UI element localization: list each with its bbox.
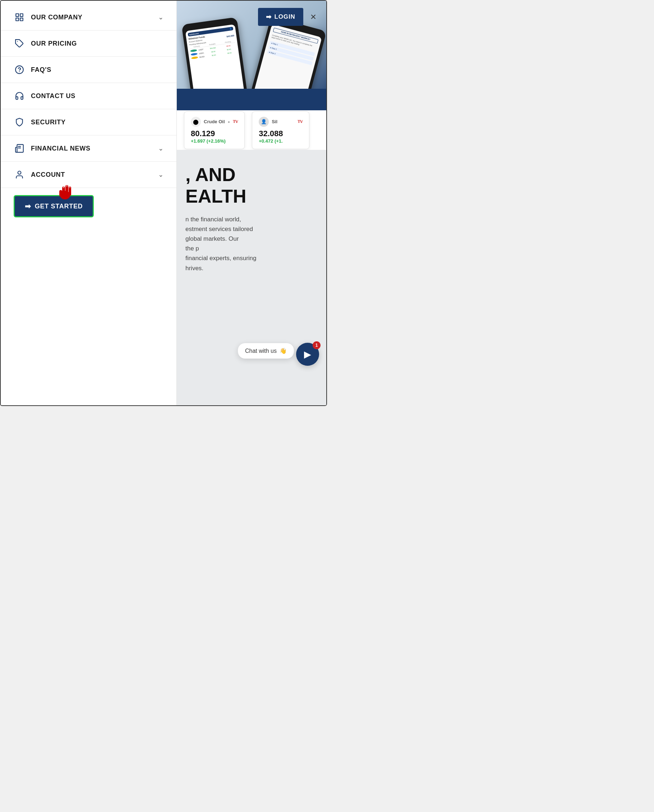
close-button[interactable]: ×	[307, 10, 319, 24]
chat-label: Chat with us	[245, 348, 277, 354]
ticker-header-crude-oil: ⬤ Crude Oil ● 𝕋𝕍	[191, 117, 238, 127]
ticker-header-silver: 👤 Sil 𝕋𝕍	[259, 117, 303, 127]
chevron-down-icon: ⌄	[158, 13, 164, 21]
dark-band	[177, 89, 326, 110]
svg-point-9	[18, 171, 21, 174]
sidebar-label-our-company: OUR COMPANY	[31, 14, 152, 21]
silver-name: Sil	[272, 119, 277, 124]
question-icon	[14, 64, 25, 75]
crude-oil-price: 80.129	[191, 129, 238, 138]
tag-icon	[14, 38, 25, 49]
crude-oil-icon: ⬤	[191, 117, 201, 127]
building-icon	[14, 12, 25, 23]
login-button[interactable]: ➡ LOGIN	[258, 8, 303, 26]
header-bar: ➡ LOGIN ×	[258, 8, 319, 26]
sidebar-item-contact-us[interactable]: CONTACT US	[1, 83, 176, 109]
hero-title: , AND EALTH	[185, 164, 318, 207]
chat-button[interactable]: ▶ 1	[296, 343, 319, 366]
crude-oil-change: +1.697 (+2.16%)	[191, 138, 238, 144]
sidebar-label-security: SECURITY	[31, 119, 164, 126]
svg-rect-2	[20, 18, 23, 21]
sidebar-item-account[interactable]: ACCOUNT ⌄	[1, 162, 176, 188]
hero-body: n the financial world, estment services …	[185, 215, 318, 273]
svg-rect-3	[16, 18, 19, 21]
app-frame: OUR COMPANY ⌄ OUR PRICING FAQ'S	[0, 0, 327, 406]
sidebar-label-our-pricing: OUR PRICING	[31, 40, 164, 47]
sidebar: OUR COMPANY ⌄ OUR PRICING FAQ'S	[1, 1, 177, 405]
sidebar-label-account: ACCOUNT	[31, 171, 152, 179]
sidebar-label-contact-us: CONTACT US	[31, 92, 164, 100]
crude-oil-name: Crude Oil	[204, 119, 225, 124]
ticker-card-silver: 👤 Sil 𝕋𝕍 32.088 +0.472 (+1.	[252, 111, 309, 149]
get-started-label: GET STARTED	[35, 203, 83, 210]
ticker-card-crude-oil: ⬤ Crude Oil ● 𝕋𝕍 80.129 +1.697 (+2.16%)	[184, 111, 245, 149]
svg-rect-0	[16, 14, 19, 17]
hero-section: , AND EALTH n the financial world, estme…	[177, 150, 326, 405]
sidebar-item-our-pricing[interactable]: OUR PRICING	[1, 31, 176, 57]
shield-icon	[14, 116, 25, 128]
chat-bubble: Chat with us 👋	[238, 343, 294, 359]
active-dot: ●	[228, 120, 230, 124]
close-icon: ×	[310, 11, 316, 22]
chat-button-icon: ▶	[304, 349, 311, 360]
news-icon	[14, 143, 25, 154]
login-label: LOGIN	[275, 13, 295, 20]
login-arrow-icon: ➡	[266, 13, 272, 21]
sidebar-label-faqs: FAQ'S	[31, 66, 164, 74]
user-icon	[14, 169, 25, 180]
headset-icon	[14, 90, 25, 102]
hero-title-line1: , AND	[185, 164, 318, 186]
silver-price: 32.088	[259, 129, 303, 138]
hero-body-line5: financial experts, ensuring	[185, 253, 318, 263]
svg-rect-1	[20, 14, 23, 17]
get-started-button[interactable]: ➡ GET STARTED	[14, 195, 94, 217]
hero-body-line2: estment services tailored	[185, 224, 318, 234]
chat-notification-badge: 1	[313, 341, 321, 349]
chat-wave-emoji: 👋	[280, 348, 287, 354]
content-area: ➡ LOGIN × bybitinvest 👤 Withdraw Funds	[177, 1, 326, 405]
hero-title-line2: EALTH	[185, 186, 318, 207]
sidebar-label-financial-news: FINANCIAL NEWS	[31, 145, 152, 152]
silver-change: +0.472 (+1.	[259, 138, 303, 144]
tradingview-logo-2: 𝕋𝕍	[298, 120, 303, 124]
sidebar-item-financial-news[interactable]: FINANCIAL NEWS ⌄	[1, 136, 176, 162]
silver-icon: 👤	[259, 117, 269, 127]
hero-body-line1: n the financial world,	[185, 215, 318, 224]
get-started-arrow-icon: ➡	[25, 202, 31, 211]
hero-body-line6: hrives.	[185, 263, 318, 273]
hero-body-line4: the p	[185, 244, 318, 253]
sidebar-item-faqs[interactable]: FAQ'S	[1, 57, 176, 83]
sidebar-item-our-company[interactable]: OUR COMPANY ⌄	[1, 4, 176, 31]
ticker-section: ⬤ Crude Oil ● 𝕋𝕍 80.129 +1.697 (+2.16%) …	[177, 110, 326, 150]
sidebar-item-security[interactable]: SECURITY	[1, 109, 176, 136]
chevron-down-icon-financial: ⌄	[158, 145, 164, 152]
chevron-down-icon-account: ⌄	[158, 171, 164, 179]
hero-body-line3: global markets. Our	[185, 234, 318, 244]
tradingview-logo-1: 𝕋𝕍	[233, 120, 238, 124]
